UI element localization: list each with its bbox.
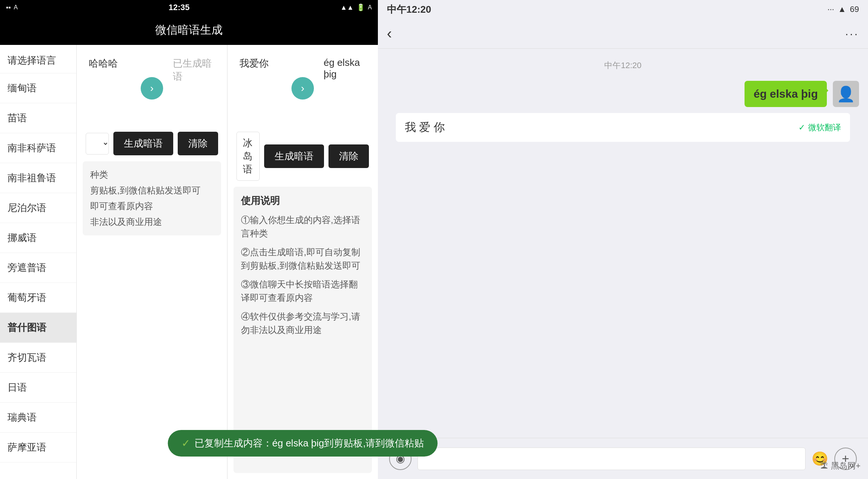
chat-message-right: ég elska þig 👤 (387, 81, 859, 107)
app-title-left: 微信暗语生成 (0, 15, 378, 45)
input-text-2: 我爱你 (239, 58, 269, 69)
lang-item-swedish[interactable]: 瑞典语 (0, 403, 76, 433)
status-bar-left: ▪▪ A 12:35 ▲▲ 🔋 A (0, 0, 378, 15)
wechat-status-icons: ··· ▲ 69 (827, 4, 859, 14)
instr-partial-1: 种类 (90, 169, 214, 181)
control-row-2: 冰岛语 生成暗语 清除 (227, 126, 378, 187)
language-sidebar: 请选择语言 缅甸语 苗语 南非科萨语 南非祖鲁语 尼泊尔语 挪威语 旁遮普语 葡… (0, 45, 77, 479)
control-row-1: 生成暗语 清除 (77, 126, 227, 161)
watermark-text: 黑岛网+ (831, 460, 861, 472)
watermark-icon: 🏝 (820, 461, 828, 471)
time-left: 12:35 (168, 3, 189, 12)
output-panel-2: ég elska þig (318, 51, 372, 126)
wechat-header: ‹ ··· (378, 19, 868, 49)
lang-item-norwegian[interactable]: 挪威语 (0, 223, 76, 253)
instr-partial-3: 即可查看原内容 (90, 200, 214, 212)
arrow-button-2[interactable]: › (291, 77, 314, 100)
lang-item-pashto[interactable]: 普什图语 (0, 313, 76, 343)
lang-item-zulu[interactable]: 南非祖鲁语 (0, 163, 76, 193)
battery-icon: 69 (850, 4, 859, 14)
instr-partial-2: 剪贴板,到微信粘贴发送即可 (90, 184, 214, 196)
wifi-icon: ▲ (838, 4, 846, 14)
output-text-2: ég elska þig (324, 57, 360, 80)
instruction-1: ①输入你想生成的内容,选择语言种类 (241, 213, 364, 240)
lang-item-chichewa[interactable]: 齐切瓦语 (0, 343, 76, 373)
right-panel: 中午12:20 ··· ▲ 69 ‹ ··· 中午12:20 ég elska … (378, 0, 868, 479)
generate-btn-2[interactable]: 生成暗语 (264, 144, 324, 168)
chat-timestamp: 中午12:20 (387, 60, 859, 71)
avatar-icon: 👤 (837, 85, 855, 103)
chat-bubble: ég elska þig (745, 81, 827, 107)
instruction-4: ④软件仅供参考交流与学习,请勿非法以及商业用途 (241, 310, 364, 337)
more-button[interactable]: ··· (845, 27, 859, 40)
lang-item-punjabi[interactable]: 旁遮普语 (0, 253, 76, 283)
lang-item-japanese[interactable]: 日语 (0, 373, 76, 403)
lang-item-samoan[interactable]: 萨摩亚语 (0, 433, 76, 463)
status-left-icons: ▪▪ A (6, 4, 18, 12)
generate-btn-1[interactable]: 生成暗语 (113, 132, 173, 155)
lang-item-burmese[interactable]: 缅甸语 (0, 73, 76, 103)
lang-list-header: 请选择语言 (0, 45, 76, 73)
wechat-input[interactable] (418, 448, 806, 470)
signal-icon: ··· (827, 4, 834, 14)
lang-select-1[interactable] (86, 133, 109, 155)
instruction-3: ③微信聊天中长按暗语选择翻译即可查看原内容 (241, 278, 364, 305)
toast-check-icon: ✓ (181, 437, 190, 449)
wechat-bottom-bar: ◉ 😊 + 🏝 黑岛网+ (378, 438, 868, 479)
lang-item-xhosa[interactable]: 南非科萨语 (0, 133, 76, 163)
clear-btn-1[interactable]: 清除 (178, 132, 218, 155)
lang-item-miao[interactable]: 苗语 (0, 103, 76, 133)
wechat-chat: 中午12:20 ég elska þig 👤 我 爱 你 ✓ 微软翻译 (378, 49, 868, 438)
output-panel-1: 已生成暗语 (167, 51, 221, 126)
translation-box: 我 爱 你 ✓ 微软翻译 (396, 113, 850, 142)
translation-source: ✓ 微软翻译 (798, 122, 841, 133)
lang-item-portuguese[interactable]: 葡萄牙语 (0, 283, 76, 313)
instructions-title: 使用说明 (241, 194, 364, 207)
output-placeholder-1: 已生成暗语 (173, 58, 212, 82)
user-avatar: 👤 (833, 81, 859, 107)
arrow-button-1[interactable]: › (141, 77, 163, 100)
status-right-icons: ▲▲ 🔋 A (340, 3, 372, 12)
input-panel-2[interactable]: 我爱你 (233, 51, 288, 126)
translation-text: 我 爱 你 (405, 120, 445, 135)
wechat-status-bar: 中午12:20 ··· ▲ 69 (378, 0, 868, 19)
toast-notification: ✓ 已复制生成内容：ég elska þig到剪贴板,请到微信粘贴 (168, 430, 438, 457)
toast-text: 已复制生成内容：ég elska þig到剪贴板,请到微信粘贴 (195, 437, 424, 450)
translation-source-label: 微软翻译 (808, 122, 841, 133)
checkmark-icon: ✓ (798, 123, 805, 132)
lang-display-2: 冰岛语 (236, 132, 260, 181)
main-content: 请选择语言 缅甸语 苗语 南非科萨语 南非祖鲁语 尼泊尔语 挪威语 旁遮普语 葡… (0, 45, 378, 479)
instr-partial-4: 非法以及商业用途 (90, 216, 214, 228)
watermark: 🏝 黑岛网+ (820, 460, 861, 472)
clear-btn-2[interactable]: 清除 (328, 144, 369, 168)
wechat-time: 中午12:20 (387, 3, 431, 16)
input-text-1: 哈哈哈 (89, 58, 118, 69)
back-button[interactable]: ‹ (387, 25, 392, 42)
left-panel: ▪▪ A 12:35 ▲▲ 🔋 A 微信暗语生成 请选择语言 缅甸语 苗语 南非… (0, 0, 378, 479)
input-panel-1[interactable]: 哈哈哈 (83, 51, 137, 126)
lang-item-nepali[interactable]: 尼泊尔语 (0, 193, 76, 223)
instruction-2: ②点击生成暗语,即可自动复制到剪贴板,到微信粘贴发送即可 (241, 245, 364, 272)
